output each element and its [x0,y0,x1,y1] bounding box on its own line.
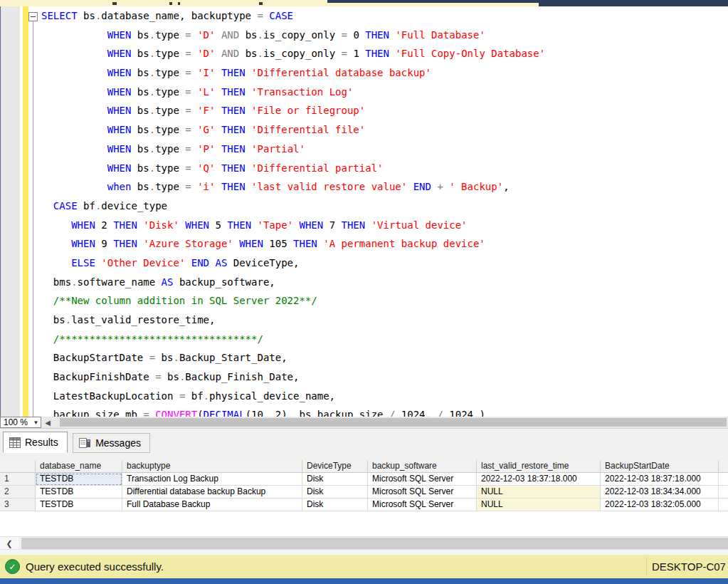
status-bar: ✓ Query executed successfully. DESKTOP-C… [0,555,728,578]
window-chrome-fragment [539,0,728,6]
tab-messages[interactable]: Messages [73,433,150,453]
grid-clipped-column[interactable] [719,473,728,486]
grid-cell[interactable]: NULL [477,499,601,511]
collapse-region-toggle[interactable] [28,12,38,21]
grid-cell[interactable]: Disk [302,499,368,511]
code-line[interactable]: when bs.type = 'i' THEN 'last valid rest… [41,177,728,197]
code-line[interactable]: WHEN bs.type = 'I' THEN 'Differential da… [41,63,728,83]
table-row: 2TESTDBDifferential database backup Back… [0,486,728,499]
grid-cell[interactable]: Microsoft SQL Server [368,499,477,511]
code-line[interactable]: LatestBackupLocation = bf.physical_devic… [41,387,728,406]
grid-cell[interactable]: 2022-12-03 18:32:05.000 [601,499,719,511]
grid-clipped-column[interactable] [719,499,728,511]
grid-clipped-column[interactable] [719,460,728,473]
code-line[interactable]: bms.software_name AS backup_software, [41,273,728,292]
results-pane-tab-strip: Results Messages [0,428,728,460]
code-line[interactable]: /**New column addition in SQL Server 202… [41,291,728,311]
grid-cell[interactable]: 2022-12-03 18:37:18.000 [601,473,719,486]
code-line[interactable]: WHEN bs.type = 'D' AND bs.is_copy_only =… [41,44,728,63]
table-row: 3TESTDBFull Database BackupDiskMicrosoft… [0,499,728,511]
status-message: Query executed successfully. [26,560,164,573]
code-line[interactable]: WHEN 9 THEN 'Azure Storage' WHEN 105 THE… [41,234,728,254]
grid-cell[interactable]: Differential database backup Backup [122,486,302,499]
code-line[interactable]: BackupFinishDate = bs.Backup_Finish_Date… [41,367,728,387]
messages-icon [79,437,91,449]
code-line[interactable]: SELECT bs.database_name, backuptype = CA… [41,6,728,26]
grid-hscrollbar-thumb[interactable] [21,538,728,549]
code-line[interactable]: WHEN 2 THEN 'Disk' WHEN 5 THEN 'Tape' WH… [41,216,728,235]
change-tracking-bar [23,6,28,417]
code-line[interactable]: ELSE 'Other Device' END AS DeviceType, [41,254,728,273]
zoom-dropdown[interactable]: 100 % ▼ [0,417,41,428]
outline-guide-line [33,21,33,417]
tab-messages-label: Messages [95,437,141,449]
server-name: DESKTOP-C07 [652,555,726,578]
code-line[interactable]: WHEN bs.type = 'F' THEN 'File or filegro… [41,101,728,120]
scroll-left-arrow-icon[interactable]: ◀ [41,417,54,428]
editor-gutter [1,6,20,417]
editor-hscrollbar-track[interactable] [54,417,728,428]
grid-column-header[interactable]: last_valid_restore_time [477,460,601,473]
grid-row-number[interactable]: 2 [0,486,36,499]
status-bar-divider [646,558,647,575]
code-lines[interactable]: SELECT bs.database_name, backuptype = CA… [41,6,728,417]
results-grid-icon [9,437,21,448]
clipped-top-strip [0,0,728,6]
grid-column-header[interactable]: BackupStartDate [601,460,719,473]
grid-cell[interactable]: NULL [477,486,601,499]
grid-cell[interactable]: Microsoft SQL Server [368,473,477,486]
grid-corner-cell[interactable] [0,460,36,473]
zoom-level-value: 100 % [1,417,31,427]
grid-column-header[interactable]: backuptype [122,460,302,473]
grid-clipped-column[interactable] [719,486,728,499]
code-line[interactable]: WHEN bs.type = 'L' THEN 'Transaction Log… [41,83,728,102]
clipped-text-fragment [112,2,117,5]
table-row: 1TESTDBTransaction Log BackupDiskMicroso… [0,473,728,486]
grid-cell[interactable]: Transaction Log Backup [122,473,302,486]
sql-editor[interactable]: SELECT bs.database_name, backuptype = CA… [0,6,728,417]
grid-cell[interactable]: Full Database Backup [122,499,302,511]
grid-cell[interactable]: Disk [302,486,368,499]
grid-column-header[interactable]: database_name [36,460,122,473]
grid-cell[interactable]: TESTDB [36,486,122,499]
bottom-window-strip [0,578,728,584]
editor-hscrollbar-thumb[interactable] [60,418,727,427]
chevron-down-icon[interactable]: ▼ [31,419,41,426]
code-area[interactable]: SELECT bs.database_name, backuptype = CA… [28,6,728,417]
tab-results-label: Results [25,437,58,448]
grid-cell[interactable]: Disk [302,473,368,486]
grid-scroll-left-arrow-icon[interactable]: ❮ [0,537,19,550]
code-line[interactable]: WHEN bs.type = 'Q' THEN 'Differential pa… [41,159,728,178]
grid-hscrollbar-track[interactable] [19,537,728,550]
results-grid[interactable]: database_namebackuptypeDeviceTypebackup_… [0,460,728,511]
grid-cell[interactable]: TESTDB [36,499,122,511]
grid-cell[interactable]: 2022-12-03 18:34:34.000 [601,486,719,499]
grid-column-header[interactable]: DeviceType [302,460,368,473]
code-line[interactable]: /*********************************/ [41,330,728,349]
code-line[interactable]: WHEN bs.type = 'P' THEN 'Partial' [41,140,728,159]
code-line[interactable]: backup_size_mb = CONVERT(DECIMAL(10, 2),… [41,405,728,417]
code-line[interactable]: BackupStartDate = bs.Backup_Start_Date, [41,348,728,367]
code-line[interactable]: WHEN bs.type = 'D' AND bs.is_copy_only =… [41,26,728,45]
grid-cell[interactable]: 2022-12-03 18:37:18.000 [477,473,601,486]
code-line[interactable]: WHEN bs.type = 'G' THEN 'Differential fi… [41,120,728,140]
code-line[interactable]: bs.last_valid_restore_time, [41,311,728,330]
clipped-text-fragment [169,2,172,5]
grid-row-number[interactable]: 1 [0,473,36,486]
clipped-text-fragment [259,2,263,5]
code-line[interactable]: CASE bf.device_type [41,197,728,216]
grid-header-row: database_namebackuptypeDeviceTypebackup_… [0,460,728,473]
grid-hscrollbar-row: ❮ [0,536,728,550]
grid-column-header[interactable]: backup_software [368,460,477,473]
grid-row-number[interactable]: 3 [0,499,36,511]
editor-hscrollbar-row: 100 % ▼ ◀ [0,417,728,428]
success-check-icon: ✓ [5,559,20,574]
grid-cell[interactable]: TESTDB [36,473,122,486]
grid-cell[interactable]: Microsoft SQL Server [368,486,477,499]
tab-results[interactable]: Results [3,432,68,453]
clipped-text-fragment [178,2,180,5]
